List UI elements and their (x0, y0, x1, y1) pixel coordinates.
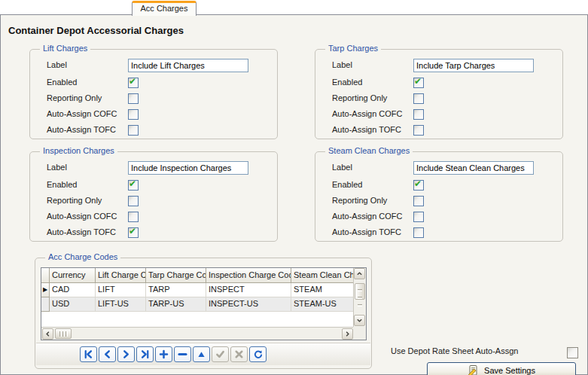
auto-assign-cofc-caption: Auto-Assign COFC (332, 109, 403, 118)
cell-currency[interactable]: USD (50, 297, 96, 312)
scroll-left-button[interactable] (42, 328, 53, 340)
column-header-tarp-charge-code[interactable]: Tarp Charge Co (146, 268, 206, 283)
auto-assign-tofc-caption: Auto-Assign TOFC (47, 125, 116, 134)
scroll-right-button[interactable] (342, 328, 353, 340)
vertical-scrollbar[interactable] (353, 268, 366, 327)
refresh-data-icon (252, 349, 264, 360)
cell-steam-code[interactable]: STEAM (291, 283, 353, 297)
next-record-icon (120, 349, 132, 360)
lift-auto-assign-cofc-checkbox[interactable] (128, 109, 139, 120)
enabled-caption: Enabled (332, 78, 362, 87)
inspection-enabled-checkbox[interactable] (128, 180, 139, 191)
scroll-up-button[interactable] (354, 268, 365, 279)
lift-label-input[interactable] (128, 59, 248, 72)
steam-reporting-only-checkbox[interactable] (413, 196, 424, 206)
inspection-reporting-only-checkbox[interactable] (128, 196, 139, 206)
column-header-lift-charge-code[interactable]: Lift Charge Co (96, 268, 146, 283)
steam-label-input[interactable] (413, 161, 534, 175)
auto-assign-cofc-caption: Auto-Assign COFC (47, 212, 117, 221)
nav-prior-button[interactable] (99, 346, 116, 362)
nav-edit-button[interactable] (193, 346, 210, 362)
column-header-steam-clean-charge-code[interactable]: Steam Clean Char (291, 268, 353, 283)
nav-post-button[interactable] (212, 346, 229, 362)
column-header-inspection-charge-code[interactable]: Inspection Charge Cod (206, 268, 291, 283)
prior-record-icon (102, 349, 113, 360)
horizontal-scrollbar[interactable] (41, 327, 353, 340)
tarp-auto-assign-tofc-checkbox[interactable] (413, 125, 424, 136)
tab-strip: Acc Charges (0, 0, 588, 14)
steam-auto-assign-cofc-checkbox[interactable] (413, 212, 424, 222)
group-title: Tarp Charges (325, 44, 381, 53)
nav-refresh-button[interactable] (249, 346, 267, 362)
insert-record-icon (158, 349, 169, 360)
group-steam-clean-charges: Steam Clean Charges Label Enabled Report… (315, 151, 563, 242)
steam-auto-assign-tofc-checkbox[interactable] (413, 227, 424, 238)
tab-label: Acc Charges (141, 4, 188, 13)
label-caption: Label (332, 163, 352, 172)
table-row[interactable]: ▶ CAD LIFT TARP INSPECT STEAM (41, 283, 353, 297)
first-record-icon (83, 349, 94, 360)
label-caption: Label (47, 163, 67, 172)
cell-tarp-code[interactable]: TARP-US (146, 297, 206, 312)
auto-assign-tofc-caption: Auto-Assign TOFC (47, 227, 116, 236)
save-settings-button[interactable]: Save Settings (427, 362, 576, 375)
inspection-auto-assign-tofc-checkbox[interactable] (128, 227, 139, 238)
last-record-icon (139, 349, 151, 360)
group-tarp-charges: Tarp Charges Label Enabled Reporting Onl… (315, 49, 563, 139)
group-title: Acc Charge Codes (45, 252, 120, 261)
use-depot-rate-sheet-label: Use Depot Rate Sheet Auto-Assgn (391, 346, 518, 355)
cell-lift-code[interactable]: LIFT (96, 283, 146, 297)
enabled-caption: Enabled (332, 180, 362, 189)
acc-charges-window: Acc Charges Container Depot Accessorial … (0, 0, 588, 375)
table-row[interactable]: USD LIFT-US TARP-US INSPECT-US STEAM-US (41, 297, 353, 312)
vertical-scroll-thumb[interactable] (355, 283, 365, 300)
lift-enabled-checkbox[interactable] (128, 78, 139, 88)
lift-reporting-only-checkbox[interactable] (128, 93, 139, 104)
cell-currency[interactable]: CAD (50, 283, 96, 297)
group-inspection-charges: Inspection Charges Label Enabled Reporti… (29, 151, 278, 242)
nav-insert-button[interactable] (155, 346, 172, 362)
cell-lift-code[interactable]: LIFT-US (96, 297, 146, 312)
tab-acc-charges[interactable]: Acc Charges (132, 1, 197, 16)
delete-record-icon (177, 349, 188, 360)
grid-header-row: Currency Lift Charge Co Tarp Charge Co I… (41, 268, 353, 283)
lift-auto-assign-tofc-checkbox[interactable] (128, 125, 139, 136)
group-title: Steam Clean Charges (325, 146, 413, 155)
nav-next-button[interactable] (117, 346, 135, 362)
nav-first-button[interactable] (80, 346, 97, 362)
column-header-currency[interactable]: Currency (50, 268, 96, 283)
enabled-caption: Enabled (47, 180, 77, 189)
group-lift-charges: Lift Charges Label Enabled Reporting Onl… (29, 49, 278, 139)
current-row-arrow-icon: ▶ (43, 286, 47, 293)
nav-delete-button[interactable] (174, 346, 191, 362)
cell-inspection-code[interactable]: INSPECT-US (206, 297, 291, 312)
tarp-enabled-checkbox[interactable] (413, 78, 424, 88)
scroll-down-button[interactable] (354, 315, 365, 326)
auto-assign-tofc-caption: Auto-Assign TOFC (332, 125, 401, 134)
chevron-down-icon (356, 317, 363, 324)
label-caption: Label (332, 60, 352, 69)
cell-tarp-code[interactable]: TARP (146, 283, 206, 297)
reporting-only-caption: Reporting Only (47, 93, 102, 102)
post-edit-icon (215, 349, 226, 360)
use-depot-rate-sheet-checkbox[interactable] (567, 347, 578, 358)
tarp-reporting-only-checkbox[interactable] (413, 93, 424, 104)
inspection-label-input[interactable] (128, 161, 248, 175)
row-indicator-header (41, 268, 50, 283)
auto-assign-tofc-caption: Auto-Assign TOFC (332, 227, 401, 236)
row-indicator (41, 297, 50, 312)
steam-enabled-checkbox[interactable] (413, 180, 424, 191)
cell-inspection-code[interactable]: INSPECT (206, 283, 291, 297)
tarp-label-input[interactable] (413, 59, 534, 72)
current-row-indicator: ▶ (41, 283, 50, 297)
tarp-auto-assign-cofc-checkbox[interactable] (413, 109, 424, 120)
group-title: Lift Charges (40, 44, 90, 53)
inspection-auto-assign-cofc-checkbox[interactable] (128, 212, 139, 222)
cell-steam-code[interactable]: STEAM-US (291, 297, 353, 312)
nav-cancel-button[interactable] (230, 346, 248, 362)
chevron-right-icon (344, 331, 351, 337)
group-acc-charge-codes: Acc Charge Codes Currency Lift Charge Co… (35, 258, 372, 369)
horizontal-scroll-thumb[interactable] (55, 328, 72, 339)
auto-assign-cofc-caption: Auto-Assign COFC (332, 212, 403, 221)
nav-last-button[interactable] (136, 346, 154, 362)
